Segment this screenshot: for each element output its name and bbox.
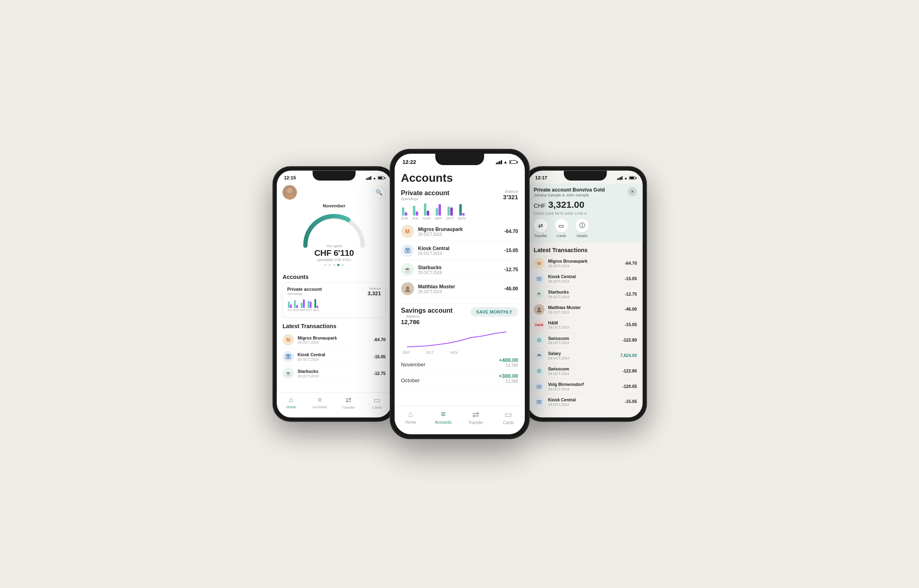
tx-matthias-mid[interactable]: Matthias Muster 29.OCT.2019 -46.00 bbox=[401, 279, 518, 298]
nav-home-left[interactable]: ⌂ Home bbox=[277, 396, 305, 409]
wifi-left: ▲ bbox=[373, 176, 376, 180]
chart-row-middle: JUN JUL bbox=[401, 203, 518, 220]
battery-middle bbox=[509, 160, 517, 164]
tx-icon-kiosk-mid bbox=[401, 244, 414, 257]
search-button[interactable]: 🔍 bbox=[373, 186, 386, 199]
chart-aug: AUG bbox=[293, 300, 299, 312]
detail-title-wrap: Private account Bonviva Gold Johana Samp… bbox=[534, 187, 605, 197]
notch-right bbox=[564, 170, 607, 181]
tx-migros-mid[interactable]: M Migros Brunaupark 29.OCT.2019 -64.70 bbox=[401, 222, 518, 241]
rtx-volg[interactable]: Volg Birmensdorf 29.OCT.2019 -120.05 bbox=[534, 379, 637, 394]
rtx-swisscom2[interactable]: Swisscom 29.OCT.2019 -122.80 bbox=[534, 364, 637, 379]
rtx-salary[interactable]: Salary 29.OCT.2019 7,824.00 bbox=[534, 348, 637, 364]
cards-label-middle: Cards bbox=[503, 420, 514, 425]
signal-right bbox=[617, 176, 622, 180]
status-icons-left: ▲ bbox=[366, 176, 384, 180]
details-action-icon: ⓘ bbox=[575, 219, 589, 232]
tx-item-kiosk-left[interactable]: Kiosk Central 29.OCT.2019 -15.05 bbox=[282, 348, 385, 365]
private-name: Private account bbox=[401, 189, 450, 197]
tx-item-starbucks-left[interactable]: ☕ Starbucks 29.OCT.2019 -12.75 bbox=[282, 365, 385, 382]
tx-info-matthias-mid: Matthias Muster 29.OCT.2019 bbox=[418, 284, 504, 294]
tx-icon-starbucks-mid: ☕ bbox=[401, 263, 414, 276]
gauge-amount: CHF 6'110 bbox=[314, 248, 354, 258]
cards-icon-middle: ▭ bbox=[504, 409, 512, 419]
tx-item-migros-left[interactable]: M Migros Brunaupark 29.OCT.2019 -64.70 bbox=[282, 331, 385, 348]
cm-jul: JUL bbox=[412, 206, 419, 220]
nav-cards-left[interactable]: ▭ Cards bbox=[362, 396, 391, 409]
details-action-label: Details bbox=[576, 234, 587, 238]
right-screen: 12:17 ▲ Private account Bonviva Gold Joh… bbox=[528, 170, 643, 417]
nav-cards-middle[interactable]: ▭ Cards bbox=[492, 409, 525, 425]
svg-point-9 bbox=[406, 286, 409, 290]
rtx-icon-hm: H&M bbox=[534, 319, 544, 330]
rtx-matthias[interactable]: Matthias Muster 29.OCT.2019 -46.00 bbox=[534, 302, 637, 317]
detail-amount: CHF 3,321.00 bbox=[534, 199, 637, 210]
rtx-kiosk1[interactable]: Kiosk Central 29.OCT.2019 -15.05 bbox=[534, 271, 637, 287]
nav-home-middle[interactable]: ⌂ Home bbox=[395, 409, 427, 425]
rtx-icon-kiosk1 bbox=[534, 273, 544, 284]
rtx-migros[interactable]: M Migros Brunaupark 29.OCT.2019 -64.70 bbox=[534, 256, 637, 271]
close-button[interactable]: ✕ bbox=[627, 187, 637, 196]
tx-amount-starbucks-left: -12.75 bbox=[373, 371, 385, 376]
action-cards[interactable]: ▭ Cards bbox=[554, 219, 568, 238]
nav-transfer-middle[interactable]: ⇄ Transfer bbox=[460, 409, 492, 425]
phone-left: 12:15 ▲ bbox=[272, 166, 395, 422]
nav-accounts-middle[interactable]: ≡ Accounts bbox=[427, 409, 460, 425]
private-account-header: Private account Spendings Balance 3'321 bbox=[401, 189, 518, 201]
rtx-info-starbucks: Starbucks 29.OCT.2019 bbox=[548, 290, 624, 298]
svg-rect-5 bbox=[287, 354, 290, 356]
rtx-hm[interactable]: H&M H&M 29.OCT.2019 -15.05 bbox=[534, 317, 637, 333]
status-icons-right: ▲ bbox=[617, 176, 635, 180]
tx-date-starbucks-left: 29.OCT.2019 bbox=[297, 374, 373, 378]
rtx-kiosk2[interactable]: Kiosk Central 29.OCT.2019 -15.05 bbox=[534, 394, 637, 409]
wifi-right: ▲ bbox=[624, 176, 627, 180]
page-title-middle: Accounts bbox=[401, 168, 518, 189]
nav-transfer-left[interactable]: ⇄ Transfer bbox=[334, 396, 362, 409]
tx-date-kiosk-left: 29.OCT.2019 bbox=[297, 357, 373, 361]
tx-title-left: Latest Transactions bbox=[277, 320, 391, 331]
notch-middle bbox=[435, 154, 484, 165]
rtx-swisscom1[interactable]: Swisscom 29.OCT.2019 -122.80 bbox=[534, 333, 637, 348]
tx-date-migros-left: 29.OCT.2019 bbox=[297, 340, 373, 344]
savings-balance-wrap: Balance 12,786 bbox=[401, 314, 420, 325]
latest-tx-title-right: Latest Transactions bbox=[528, 243, 643, 256]
avatar[interactable] bbox=[282, 185, 297, 199]
cm-oct: OCT bbox=[446, 207, 454, 220]
signal-left bbox=[366, 176, 371, 180]
tx-starbucks-mid[interactable]: ☕ Starbucks 29.OCT.2019 -12.75 bbox=[401, 260, 518, 279]
account-card-left[interactable]: Private account Spendings Balance 3,321 bbox=[282, 283, 385, 317]
account-card-header: Private account Spendings Balance 3,321 bbox=[287, 287, 381, 296]
svg-rect-4 bbox=[287, 356, 289, 358]
rtx-info-kiosk2: Kiosk Central 29.OCT.2019 bbox=[548, 397, 624, 406]
home-icon-left: ⌂ bbox=[289, 396, 293, 404]
transfer-action-icon: ⇄ bbox=[534, 219, 547, 232]
rtx-info-swisscom1: Swisscom 29.OCT.2019 bbox=[548, 336, 622, 345]
tx-icon-migros-mid: M bbox=[401, 225, 414, 238]
nav-accounts-left[interactable]: ≡ Accounts bbox=[305, 396, 334, 409]
rtx-icon-migros: M bbox=[534, 258, 544, 268]
tx-name-starbucks-left: Starbucks bbox=[297, 369, 373, 374]
cards-icon-left: ▭ bbox=[373, 396, 380, 404]
time-middle: 12:22 bbox=[403, 159, 416, 165]
svg-rect-7 bbox=[406, 250, 408, 252]
tx-amount-kiosk-left: -15.05 bbox=[373, 354, 385, 359]
transfer-icon-middle: ⇄ bbox=[472, 409, 479, 419]
chart-sep: SEP bbox=[300, 299, 306, 312]
rtx-starbucks[interactable]: ☕ Starbucks 29.OCT.2019 -12.75 bbox=[534, 287, 637, 302]
action-transfer[interactable]: ⇄ Transfer bbox=[534, 219, 547, 238]
savings-entry-oct[interactable]: October +300.00 12,386 bbox=[401, 370, 518, 386]
savings-name: Savings account bbox=[401, 307, 453, 314]
time-left: 12:15 bbox=[284, 175, 296, 181]
svg-rect-8 bbox=[406, 248, 409, 250]
dot-3 bbox=[333, 264, 335, 266]
rtx-info-hm: H&M 29.OCT.2019 bbox=[548, 320, 624, 329]
action-details[interactable]: ⓘ Details bbox=[575, 219, 589, 238]
tx-info-kiosk-mid: Kiosk Central 29.OCT.2019 bbox=[418, 246, 504, 256]
tx-kiosk-mid[interactable]: Kiosk Central 29.OCT.2019 -15.05 bbox=[401, 241, 518, 260]
save-monthly-button[interactable]: SAVE MONTHLY bbox=[470, 307, 518, 317]
transfer-action-label: Transfer bbox=[534, 234, 547, 238]
cards-label-left: Cards bbox=[372, 405, 382, 409]
rtx-info-salary: Salary 29.OCT.2019 bbox=[548, 351, 620, 360]
savings-entry-nov[interactable]: November +400.00 12,786 bbox=[401, 355, 518, 370]
tx-info-migros-left: Migros Brunaupark 29.OCT.2019 bbox=[297, 335, 373, 344]
